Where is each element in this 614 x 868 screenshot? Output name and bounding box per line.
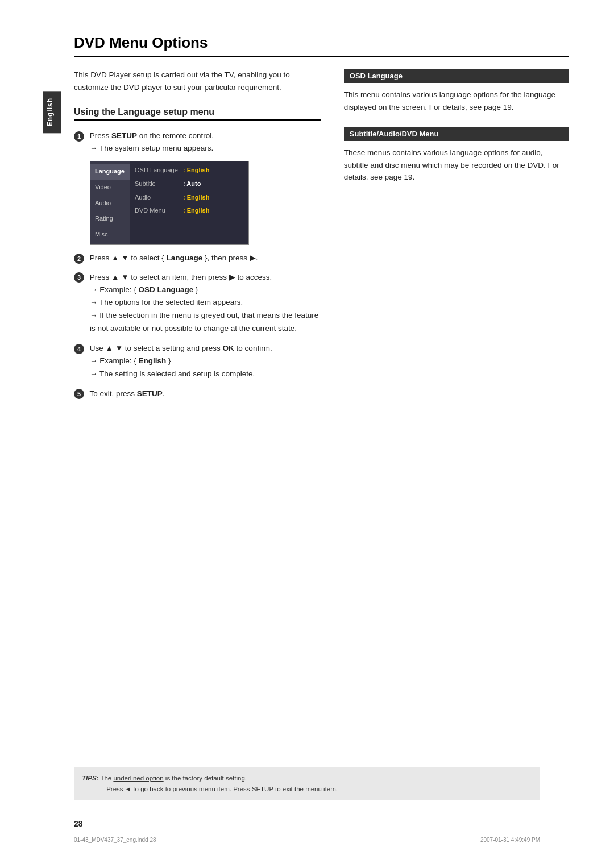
- tips-box: TIPS: The underlined option is the facto…: [74, 767, 540, 800]
- sidebar-video: Video: [90, 180, 130, 196]
- menu-row-dvdmenu: DVD Menu : English: [135, 204, 244, 218]
- step-4-sub-1: Example: { English }: [90, 355, 321, 368]
- footer-right: 2007-01-31 4:49:49 PM: [480, 837, 540, 843]
- footer-left: 01-43_MDV437_37_eng.indd 28: [74, 837, 156, 843]
- tips-line2: Press ◄ to go back to previous menu item…: [106, 786, 338, 792]
- step-5: 5 To exit, press SETUP.: [74, 388, 321, 400]
- right-column: OSD Language This menu contains various …: [344, 69, 569, 406]
- menu-value-dvdmenu: : English: [183, 206, 209, 216]
- dvd-menu-screenshot: Language Video Audio Rating Misc OSD Lan…: [90, 161, 249, 245]
- osd-language-text: This menu contains various language opti…: [344, 89, 569, 113]
- sidebar-audio: Audio: [90, 196, 130, 211]
- step-2: 2 Press ▲ ▼ to select { Language }, then…: [74, 252, 321, 264]
- dvd-menu-sidebar: Language Video Audio Rating Misc: [90, 161, 130, 244]
- page-number: 28: [74, 819, 83, 828]
- menu-row-osd: OSD Language : English: [135, 164, 244, 177]
- menu-label-subtitle: Subtitle: [135, 179, 183, 189]
- step-number-4: 4: [74, 344, 84, 354]
- dvd-menu-inner: Language Video Audio Rating Misc OSD Lan…: [90, 161, 248, 244]
- menu-value-audio: : English: [183, 193, 209, 203]
- dvd-menu-content: OSD Language : English Subtitle : Auto A…: [130, 161, 248, 244]
- step-number-1: 1: [74, 131, 84, 142]
- step-number-2: 2: [74, 254, 84, 264]
- step-number-5: 5: [74, 389, 84, 399]
- tips-line1: The underlined option is the factory def…: [100, 775, 247, 782]
- page-title: DVD Menu Options: [74, 34, 569, 57]
- sidebar-language: Language: [90, 164, 130, 180]
- step-5-text: To exit, press SETUP.: [90, 389, 165, 398]
- step-3-sub-2: The options for the selected item appear…: [90, 296, 321, 309]
- step-1-bullet: The system setup menu appears.: [90, 142, 321, 155]
- step-3-text: Press ▲ ▼ to select an item, then press …: [90, 273, 272, 281]
- step-4: 4 Use ▲ ▼ to select a setting and press …: [74, 342, 321, 380]
- intro-text: This DVD Player setup is carried out via…: [74, 69, 321, 93]
- menu-value-subtitle: : Auto: [183, 179, 201, 189]
- menu-label-dvdmenu: DVD Menu: [135, 206, 183, 216]
- osd-language-header: OSD Language: [344, 69, 569, 83]
- subtitle-audio-header: Subtitle/Audio/DVD Menu: [344, 127, 569, 141]
- step-4-sub-2: The setting is selected and setup is com…: [90, 368, 321, 381]
- step-3: 3 Press ▲ ▼ to select an item, then pres…: [74, 271, 321, 335]
- step-3-sub-3: If the selection in the menu is greyed o…: [90, 309, 321, 335]
- step-number-3: 3: [74, 272, 84, 283]
- step-2-text: Press ▲ ▼ to select { Language }, then p…: [90, 254, 258, 262]
- subtitle-audio-text: These menus contains various language op…: [344, 147, 569, 184]
- menu-value-osd: : English: [183, 165, 209, 176]
- section-heading-language: Using the Language setup menu: [74, 107, 321, 121]
- step-3-sub-1: Example: { OSD Language }: [90, 284, 321, 297]
- main-content: This DVD Player setup is carried out via…: [74, 69, 569, 406]
- menu-label-audio: Audio: [135, 193, 183, 203]
- step-1-text: Press SETUP on the remote control.: [90, 131, 214, 140]
- left-column: This DVD Player setup is carried out via…: [74, 69, 321, 406]
- sidebar-misc: Misc: [90, 227, 130, 243]
- menu-label-osd: OSD Language: [135, 165, 183, 176]
- dvd-menu-screenshot-container: Language Video Audio Rating Misc OSD Lan…: [74, 161, 321, 245]
- step-4-text: Use ▲ ▼ to select a setting and press OK…: [90, 344, 272, 352]
- menu-row-subtitle: Subtitle : Auto: [135, 177, 244, 191]
- tips-label: TIPS:: [82, 775, 98, 782]
- sidebar-rating: Rating: [90, 211, 130, 227]
- steps-list: 1 Press SETUP on the remote control. The…: [74, 130, 321, 400]
- menu-row-audio: Audio : English: [135, 191, 244, 205]
- step-1: 1 Press SETUP on the remote control. The…: [74, 130, 321, 154]
